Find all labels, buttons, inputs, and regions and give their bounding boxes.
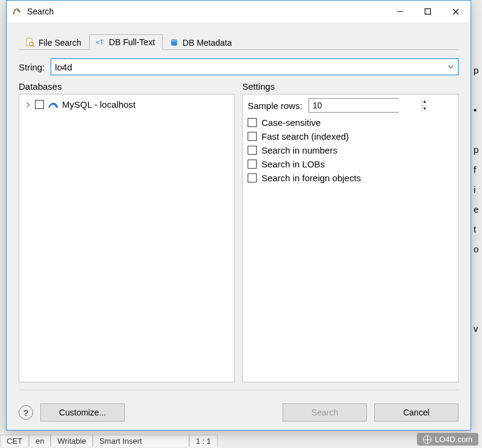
- status-bar: CET en Writable Smart Insert 1 : 1: [0, 434, 218, 448]
- footer: ? Customize... Search Cancel: [19, 403, 459, 422]
- spinner-down-icon[interactable]: ▼: [422, 106, 427, 113]
- databases-panel: Databases MySQL - localhost: [19, 81, 235, 382]
- check-search-foreign[interactable]: Search in foreign objects: [248, 173, 453, 183]
- tree-label: MySQL - localhost: [62, 99, 136, 110]
- checkbox[interactable]: [248, 118, 257, 127]
- separator: [19, 390, 459, 390]
- svg-text:<T: <T: [96, 39, 104, 46]
- status-lang: en: [29, 435, 51, 447]
- tree-checkbox[interactable]: [35, 100, 44, 109]
- tab-db-fulltext[interactable]: <T DB Full-Text: [89, 34, 163, 50]
- sample-rows-label: Sample rows:: [248, 101, 302, 111]
- check-label: Search in numbers: [261, 145, 337, 155]
- dialog-content: File Search <T DB Full-Text DB Metadata …: [7, 22, 471, 430]
- tab-label: File Search: [39, 38, 81, 48]
- sample-rows-spinner[interactable]: ▲ ▼: [308, 98, 399, 113]
- check-case-sensitive[interactable]: Case-sensitive: [248, 117, 453, 128]
- help-icon[interactable]: ?: [19, 405, 33, 420]
- search-dialog: Search File Search <T DB Full-Text: [6, 0, 471, 431]
- check-label: Fast search (indexed): [261, 131, 349, 142]
- string-label: String:: [19, 62, 45, 72]
- cancel-button[interactable]: Cancel: [374, 403, 459, 422]
- globe-icon: [423, 435, 431, 444]
- checkbox[interactable]: [248, 146, 257, 155]
- customize-button[interactable]: Customize...: [40, 403, 125, 422]
- svg-point-10: [171, 39, 177, 42]
- watermark: LO4D.com: [417, 433, 478, 446]
- tree-row[interactable]: MySQL - localhost: [24, 98, 230, 111]
- background-text: p•pfietov: [474, 60, 482, 338]
- spinner-buttons[interactable]: ▲ ▼: [422, 99, 427, 112]
- tab-label: DB Metadata: [183, 38, 232, 48]
- fulltext-icon: <T: [96, 37, 105, 47]
- svg-rect-2: [425, 9, 431, 14]
- svg-line-7: [33, 45, 34, 47]
- window-title: Search: [27, 7, 54, 16]
- check-fast-search[interactable]: Fast search (indexed): [248, 131, 453, 142]
- string-row: String:: [19, 58, 459, 75]
- status-cet: CET: [0, 435, 29, 447]
- settings-title: Settings: [242, 81, 459, 92]
- tab-file-search[interactable]: File Search: [19, 35, 89, 50]
- check-label: Search in foreign objects: [261, 173, 361, 183]
- sample-rows-row: Sample rows: ▲ ▼: [248, 98, 453, 113]
- tab-bar: File Search <T DB Full-Text DB Metadata: [19, 33, 459, 50]
- check-label: Case-sensitive: [261, 117, 321, 128]
- app-icon: [11, 6, 22, 17]
- check-label: Search in LOBs: [261, 159, 325, 169]
- tree-expand-icon[interactable]: [24, 102, 31, 108]
- close-button[interactable]: [442, 2, 469, 20]
- database-icon: [169, 38, 179, 48]
- status-writable: Writable: [51, 435, 92, 447]
- checkbox[interactable]: [248, 173, 257, 182]
- databases-tree[interactable]: MySQL - localhost: [19, 94, 235, 382]
- file-search-icon: [25, 38, 35, 48]
- chevron-down-icon[interactable]: [443, 59, 458, 75]
- spinner-up-icon[interactable]: ▲: [422, 99, 427, 106]
- svg-point-0: [17, 10, 19, 11]
- status-insert: Smart Insert: [93, 435, 189, 447]
- maximize-button[interactable]: [414, 2, 442, 20]
- titlebar[interactable]: Search: [7, 1, 471, 22]
- string-combo[interactable]: [51, 58, 459, 75]
- search-button[interactable]: Search: [283, 403, 367, 422]
- string-input[interactable]: [51, 59, 443, 75]
- check-search-lobs[interactable]: Search in LOBs: [248, 159, 453, 169]
- check-search-numbers[interactable]: Search in numbers: [248, 145, 453, 155]
- mysql-icon: [48, 101, 58, 109]
- settings-body: Sample rows: ▲ ▼ Case-sensitive: [242, 94, 459, 382]
- sample-rows-input[interactable]: [309, 99, 422, 112]
- checkbox[interactable]: [248, 132, 257, 141]
- watermark-text: LO4D.com: [435, 435, 472, 444]
- panels: Databases MySQL - localhost Se: [19, 81, 459, 382]
- databases-title: Databases: [19, 81, 235, 92]
- minimize-button[interactable]: [386, 2, 414, 20]
- status-pos: 1 : 1: [189, 435, 218, 447]
- tab-label: DB Full-Text: [109, 37, 155, 47]
- tab-db-metadata[interactable]: DB Metadata: [163, 35, 240, 50]
- settings-panel: Settings Sample rows: ▲ ▼: [242, 81, 459, 382]
- checkbox[interactable]: [248, 160, 257, 169]
